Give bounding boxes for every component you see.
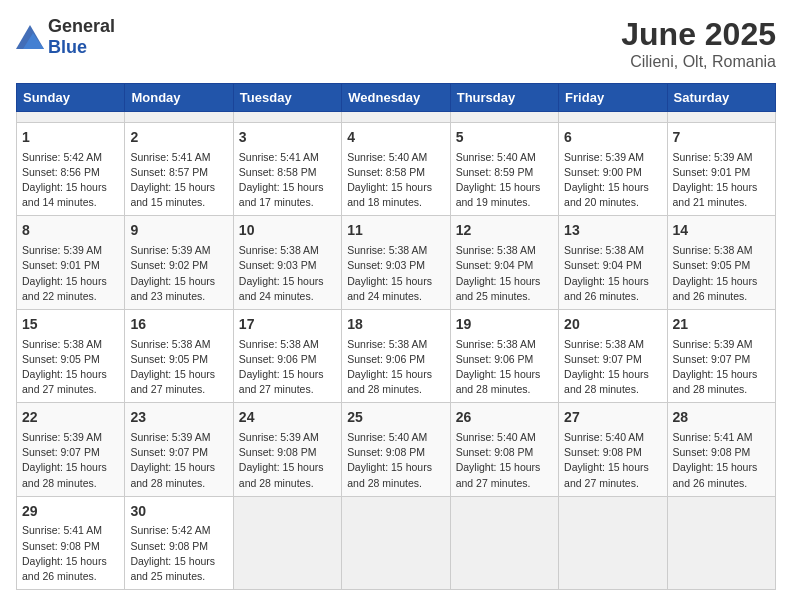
day-info: Sunrise: 5:40 AMSunset: 9:08 PMDaylight:… [564,430,661,491]
calendar-cell: 7Sunrise: 5:39 AMSunset: 9:01 PMDaylight… [667,123,775,216]
calendar-cell [125,112,233,123]
day-info: Sunrise: 5:41 AMSunset: 8:57 PMDaylight:… [130,150,227,211]
calendar-cell: 20Sunrise: 5:38 AMSunset: 9:07 PMDayligh… [559,309,667,402]
calendar-cell: 21Sunrise: 5:39 AMSunset: 9:07 PMDayligh… [667,309,775,402]
header-day: Tuesday [233,84,341,112]
title-block: June 2025 Cilieni, Olt, Romania [621,16,776,71]
header-day: Thursday [450,84,558,112]
day-number: 2 [130,128,227,148]
day-number: 10 [239,221,336,241]
calendar-cell [559,112,667,123]
calendar-cell: 28Sunrise: 5:41 AMSunset: 9:08 PMDayligh… [667,403,775,496]
calendar-week-row: 29Sunrise: 5:41 AMSunset: 9:08 PMDayligh… [17,496,776,589]
calendar-cell: 10Sunrise: 5:38 AMSunset: 9:03 PMDayligh… [233,216,341,309]
day-info: Sunrise: 5:39 AMSunset: 9:01 PMDaylight:… [673,150,770,211]
day-info: Sunrise: 5:40 AMSunset: 9:08 PMDaylight:… [347,430,444,491]
calendar-week-row: 1Sunrise: 5:42 AMSunset: 8:56 PMDaylight… [17,123,776,216]
calendar-cell [233,112,341,123]
day-number: 19 [456,315,553,335]
logo-blue: Blue [48,37,87,57]
calendar-cell: 5Sunrise: 5:40 AMSunset: 8:59 PMDaylight… [450,123,558,216]
day-number: 1 [22,128,119,148]
logo: General Blue [16,16,115,58]
day-info: Sunrise: 5:38 AMSunset: 9:04 PMDaylight:… [564,243,661,304]
calendar-cell: 18Sunrise: 5:38 AMSunset: 9:06 PMDayligh… [342,309,450,402]
day-number: 21 [673,315,770,335]
day-info: Sunrise: 5:38 AMSunset: 9:06 PMDaylight:… [456,337,553,398]
day-number: 18 [347,315,444,335]
calendar-cell: 1Sunrise: 5:42 AMSunset: 8:56 PMDaylight… [17,123,125,216]
header-day: Wednesday [342,84,450,112]
calendar-cell [450,112,558,123]
calendar-cell: 4Sunrise: 5:40 AMSunset: 8:58 PMDaylight… [342,123,450,216]
day-number: 3 [239,128,336,148]
calendar-cell: 25Sunrise: 5:40 AMSunset: 9:08 PMDayligh… [342,403,450,496]
calendar-cell: 9Sunrise: 5:39 AMSunset: 9:02 PMDaylight… [125,216,233,309]
calendar-cell [342,496,450,589]
calendar-cell [559,496,667,589]
calendar-cell: 13Sunrise: 5:38 AMSunset: 9:04 PMDayligh… [559,216,667,309]
day-info: Sunrise: 5:40 AMSunset: 8:58 PMDaylight:… [347,150,444,211]
logo-icon [16,25,44,49]
calendar-cell: 24Sunrise: 5:39 AMSunset: 9:08 PMDayligh… [233,403,341,496]
calendar-cell: 29Sunrise: 5:41 AMSunset: 9:08 PMDayligh… [17,496,125,589]
calendar-cell: 3Sunrise: 5:41 AMSunset: 8:58 PMDaylight… [233,123,341,216]
calendar-cell: 26Sunrise: 5:40 AMSunset: 9:08 PMDayligh… [450,403,558,496]
day-info: Sunrise: 5:39 AMSunset: 9:00 PMDaylight:… [564,150,661,211]
day-number: 30 [130,502,227,522]
day-number: 20 [564,315,661,335]
day-number: 7 [673,128,770,148]
day-info: Sunrise: 5:39 AMSunset: 9:02 PMDaylight:… [130,243,227,304]
day-number: 11 [347,221,444,241]
calendar-cell: 15Sunrise: 5:38 AMSunset: 9:05 PMDayligh… [17,309,125,402]
calendar-cell: 12Sunrise: 5:38 AMSunset: 9:04 PMDayligh… [450,216,558,309]
logo-general: General [48,16,115,36]
day-info: Sunrise: 5:40 AMSunset: 8:59 PMDaylight:… [456,150,553,211]
day-info: Sunrise: 5:38 AMSunset: 9:05 PMDaylight:… [22,337,119,398]
day-number: 25 [347,408,444,428]
calendar-cell: 19Sunrise: 5:38 AMSunset: 9:06 PMDayligh… [450,309,558,402]
day-info: Sunrise: 5:38 AMSunset: 9:07 PMDaylight:… [564,337,661,398]
header-day: Friday [559,84,667,112]
day-info: Sunrise: 5:39 AMSunset: 9:07 PMDaylight:… [673,337,770,398]
calendar-cell: 16Sunrise: 5:38 AMSunset: 9:05 PMDayligh… [125,309,233,402]
header-day: Monday [125,84,233,112]
day-info: Sunrise: 5:40 AMSunset: 9:08 PMDaylight:… [456,430,553,491]
calendar-week-row: 8Sunrise: 5:39 AMSunset: 9:01 PMDaylight… [17,216,776,309]
calendar-week-row [17,112,776,123]
calendar-cell: 8Sunrise: 5:39 AMSunset: 9:01 PMDaylight… [17,216,125,309]
calendar-cell: 27Sunrise: 5:40 AMSunset: 9:08 PMDayligh… [559,403,667,496]
day-number: 15 [22,315,119,335]
page-header: General Blue June 2025 Cilieni, Olt, Rom… [16,16,776,71]
calendar-cell: 17Sunrise: 5:38 AMSunset: 9:06 PMDayligh… [233,309,341,402]
header-day: Sunday [17,84,125,112]
calendar-cell: 11Sunrise: 5:38 AMSunset: 9:03 PMDayligh… [342,216,450,309]
day-number: 4 [347,128,444,148]
calendar-cell [233,496,341,589]
calendar-cell: 22Sunrise: 5:39 AMSunset: 9:07 PMDayligh… [17,403,125,496]
calendar-cell [342,112,450,123]
day-info: Sunrise: 5:39 AMSunset: 9:07 PMDaylight:… [130,430,227,491]
day-number: 29 [22,502,119,522]
day-number: 12 [456,221,553,241]
day-info: Sunrise: 5:38 AMSunset: 9:03 PMDaylight:… [239,243,336,304]
day-number: 26 [456,408,553,428]
day-info: Sunrise: 5:38 AMSunset: 9:06 PMDaylight:… [239,337,336,398]
day-number: 22 [22,408,119,428]
day-number: 9 [130,221,227,241]
day-info: Sunrise: 5:39 AMSunset: 9:01 PMDaylight:… [22,243,119,304]
day-info: Sunrise: 5:42 AMSunset: 9:08 PMDaylight:… [130,523,227,584]
calendar-subtitle: Cilieni, Olt, Romania [621,53,776,71]
day-info: Sunrise: 5:39 AMSunset: 9:08 PMDaylight:… [239,430,336,491]
header-day: Saturday [667,84,775,112]
day-number: 14 [673,221,770,241]
day-info: Sunrise: 5:38 AMSunset: 9:04 PMDaylight:… [456,243,553,304]
calendar-table: SundayMondayTuesdayWednesdayThursdayFrid… [16,83,776,590]
calendar-cell: 2Sunrise: 5:41 AMSunset: 8:57 PMDaylight… [125,123,233,216]
day-number: 28 [673,408,770,428]
calendar-cell: 6Sunrise: 5:39 AMSunset: 9:00 PMDaylight… [559,123,667,216]
calendar-cell [667,496,775,589]
calendar-cell [450,496,558,589]
day-info: Sunrise: 5:38 AMSunset: 9:06 PMDaylight:… [347,337,444,398]
day-number: 5 [456,128,553,148]
